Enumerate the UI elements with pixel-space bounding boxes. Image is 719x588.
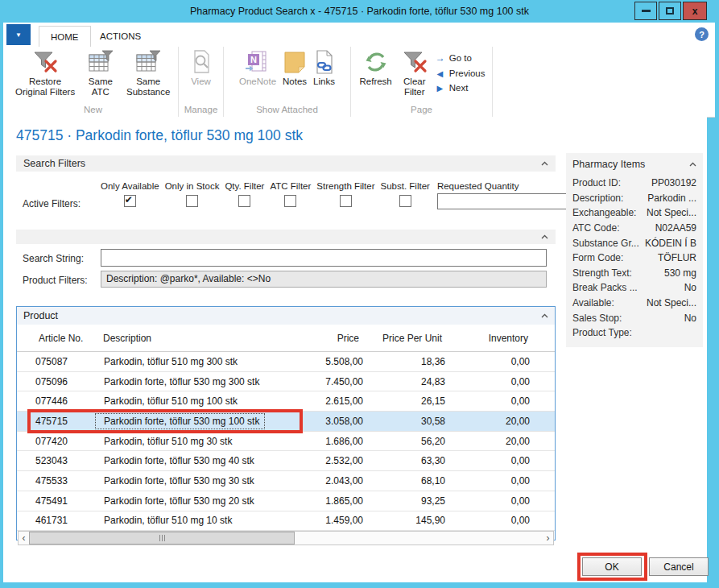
table-row[interactable]: 475491 Parkodin forte, töflur 530 mg 20 …	[17, 491, 555, 511]
cancel-button[interactable]: Cancel	[649, 557, 709, 576]
app-menu-button[interactable]: ▼	[6, 24, 31, 45]
go-to-button[interactable]: → Go to	[436, 52, 486, 64]
column-header-price-per-unit[interactable]: Price Per Unit	[367, 333, 452, 344]
filter-option: Only Available	[101, 181, 159, 207]
arrow-right-icon: →	[436, 52, 444, 64]
cell-inventory: 20,00	[452, 436, 540, 447]
table-row[interactable]: 475715 Parkodin forte, töflur 530 mg 100…	[17, 412, 555, 432]
factbox-field-row: Product ID: PP030192	[572, 176, 696, 191]
cell-price-per-unit: 26,15	[367, 395, 452, 407]
section-header-search-filters[interactable]: Search Filters	[16, 155, 556, 172]
same-atc-button[interactable]: Same ATC	[83, 48, 118, 97]
cell-price-per-unit: 93,25	[367, 495, 452, 507]
maximize-icon	[666, 7, 674, 14]
filter-checkbox[interactable]	[284, 195, 296, 207]
table-row[interactable]: 461731 Parkodin, töflur 510 mg 10 stk 1.…	[17, 511, 555, 532]
collapse-icon[interactable]	[689, 162, 696, 167]
filter-checkbox[interactable]	[238, 195, 250, 207]
onenote-button[interactable]: N OneNote	[238, 48, 278, 87]
factbox-field-label: Exchangeable:	[572, 207, 636, 218]
previous-button[interactable]: ◀ Previous	[436, 68, 486, 78]
collapse-icon[interactable]	[541, 313, 548, 318]
close-icon: x	[692, 6, 698, 17]
close-button[interactable]: x	[683, 2, 707, 20]
column-header-inventory[interactable]: Inventory	[452, 333, 540, 344]
same-substance-button[interactable]: Same Substance	[121, 48, 176, 97]
filter-label: Only Available	[101, 181, 159, 191]
column-header-price[interactable]: Price	[267, 333, 367, 344]
factbox-field-value: N02AA59	[655, 222, 696, 234]
table-row[interactable]: 475533 Parkodin forte, töflur 530 mg 30 …	[17, 471, 555, 491]
page-nav-column: → Go to ◀ Previous ▶ Next	[436, 48, 486, 93]
view-document-icon	[189, 50, 213, 77]
sticky-note-icon	[283, 50, 306, 77]
section-header-product[interactable]: Product	[17, 307, 555, 325]
content-area: 475715 · Parkodin forte, töflur 530 mg 1…	[3, 117, 707, 582]
scroll-left-arrow[interactable]: ‹	[19, 532, 29, 545]
ok-button[interactable]: OK	[582, 557, 642, 576]
filter-checkbox[interactable]	[186, 195, 198, 207]
column-header-article-no[interactable]: Article No.	[17, 333, 93, 344]
cell-article-no: 475715	[17, 416, 93, 427]
collapse-icon[interactable]	[541, 161, 548, 166]
filter-checkbox[interactable]	[340, 195, 352, 207]
clear-filter-button[interactable]: Clear Filter	[397, 48, 432, 97]
view-button[interactable]: View	[188, 48, 215, 87]
minimize-button[interactable]	[634, 2, 657, 20]
scrollbar-thumb[interactable]	[29, 532, 295, 545]
help-button[interactable]: ?	[695, 27, 709, 41]
cell-price-per-unit: 145,90	[367, 515, 452, 526]
restore-original-filters-button[interactable]: Restore Original Filters	[10, 48, 80, 97]
cell-price: 2.043,00	[267, 475, 367, 487]
triangle-right-icon: ▶	[436, 84, 444, 93]
pharmacy-product-search-window: Pharmacy Product Search x - 475715 · Par…	[0, 0, 719, 588]
filter-option: Qty. Filter	[225, 181, 264, 207]
section-header-collapsed[interactable]	[16, 230, 556, 244]
table-row[interactable]: 077446 Parkodin, töflur 510 mg 100 stk 2…	[17, 391, 555, 412]
requested-quantity-input[interactable]	[437, 193, 576, 209]
factbox-field-label: Break Packs ...	[572, 282, 638, 293]
filter-label: Strength Filter	[316, 181, 374, 191]
cell-description: Parkodin, töflur 510 mg 30 stk	[93, 436, 267, 447]
refresh-button[interactable]: Refresh	[357, 48, 393, 87]
window-controls: x	[634, 2, 707, 20]
ribbon-group-manage: View Manage	[179, 47, 224, 117]
table-row[interactable]: 523043 Parkodin forte, töflur 530 mg 40 …	[17, 451, 555, 471]
factbox-header[interactable]: Pharmacy Items	[572, 153, 696, 176]
svg-text:N: N	[250, 55, 257, 64]
table-row[interactable]: 075087 Parkodin, töflur 510 mg 300 stk 5…	[17, 352, 555, 372]
search-string-input[interactable]	[101, 249, 547, 267]
table-row[interactable]: 075096 Parkodin forte, töflur 530 mg 300…	[17, 372, 555, 392]
factbox-field-value: Parkodin ...	[647, 193, 696, 204]
tab-actions[interactable]: ACTIONS	[89, 26, 152, 47]
notes-button[interactable]: Notes	[281, 48, 308, 87]
filter-label: Qty. Filter	[225, 181, 264, 191]
scroll-right-arrow[interactable]: ›	[543, 532, 553, 545]
maximize-button[interactable]	[659, 2, 681, 20]
links-button[interactable]: Links	[312, 48, 337, 87]
minimize-icon	[642, 10, 651, 12]
titlebar[interactable]: Pharmacy Product Search x - 475715 · Par…	[0, 0, 719, 23]
factbox-field-label: Strength Text:	[572, 267, 632, 279]
cell-article-no: 077446	[17, 395, 93, 407]
next-button[interactable]: ▶ Next	[436, 83, 486, 93]
column-header-description[interactable]: Description	[93, 333, 267, 344]
filter-label: Subst. Filter	[381, 181, 430, 191]
filters-row: Only Available Only in Stock Qty. Filter	[101, 181, 576, 209]
filter-checkbox[interactable]	[399, 195, 411, 207]
cell-article-no: 075096	[17, 376, 93, 387]
factbox-field-row: Sales Stop: No	[572, 310, 696, 325]
cell-inventory: 0,00	[452, 376, 540, 387]
search-string-label: Search String:	[23, 253, 84, 264]
cell-article-no: 523043	[17, 455, 93, 466]
tab-home[interactable]: HOME	[39, 26, 91, 47]
cell-inventory: 0,00	[452, 356, 540, 367]
triangle-left-icon: ◀	[436, 69, 444, 78]
link-icon	[314, 50, 335, 77]
cell-price: 1.686,00	[267, 436, 367, 447]
filter-remove-icon	[32, 50, 58, 77]
collapse-icon[interactable]	[541, 234, 548, 239]
horizontal-scrollbar[interactable]: ‹ ›	[18, 531, 554, 545]
table-row[interactable]: 077420 Parkodin, töflur 510 mg 30 stk 1.…	[17, 432, 555, 452]
filter-checkbox[interactable]	[124, 195, 136, 207]
